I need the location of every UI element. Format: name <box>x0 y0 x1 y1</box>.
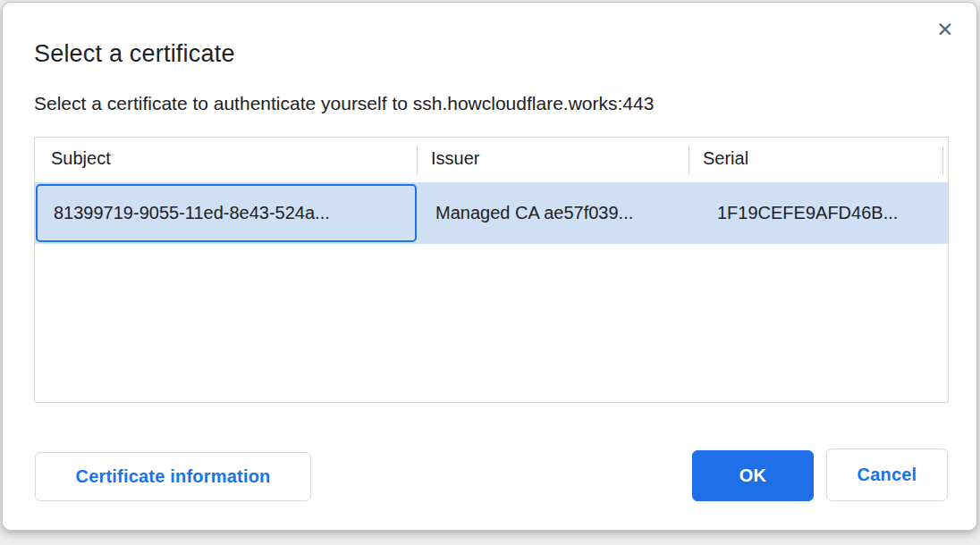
cell-serial[interactable]: 1F19CEFE9AFD46B... <box>717 182 898 244</box>
ok-button[interactable]: OK <box>692 450 814 501</box>
cell-issuer[interactable]: Managed CA ae57f039... <box>435 182 633 244</box>
dialog-title: Select a certificate <box>34 40 235 68</box>
dialog-subtitle: Select a certificate to authenticate you… <box>34 93 654 114</box>
certificate-information-button[interactable]: Certificate information <box>35 452 311 501</box>
certificate-select-dialog: ✕ Select a certificate Select a certific… <box>2 2 977 531</box>
table-row-certificate[interactable]: 81399719-9055-11ed-8e43-524a... Managed … <box>35 182 948 244</box>
page-background: ✕ Select a certificate Select a certific… <box>0 0 980 545</box>
cell-subject[interactable]: 81399719-9055-11ed-8e43-524a... <box>54 182 330 244</box>
close-icon[interactable]: ✕ <box>929 13 961 46</box>
column-header-serial: Serial <box>703 148 748 169</box>
column-divider <box>689 147 689 174</box>
column-header-subject: Subject <box>51 148 111 169</box>
cancel-button[interactable]: Cancel <box>826 449 948 501</box>
column-header-issuer: Issuer <box>431 148 479 169</box>
certificate-table: Subject Issuer Serial 81399719-9055-11ed… <box>34 137 949 403</box>
column-divider <box>942 147 943 174</box>
column-divider <box>417 147 418 174</box>
